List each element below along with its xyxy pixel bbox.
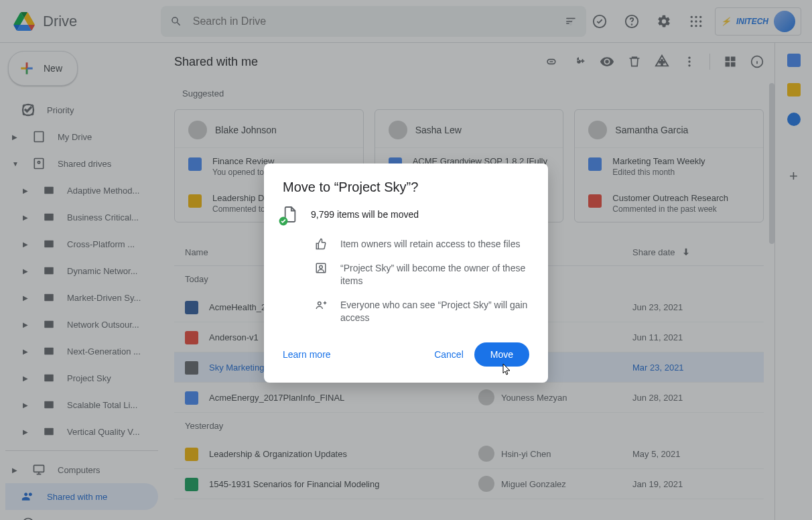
ready-offline-icon[interactable]: [586, 8, 613, 35]
add-shortcut-icon[interactable]: [655, 54, 669, 69]
suggested-doc[interactable]: Customer Outreach ResearchCommented in t…: [575, 185, 763, 222]
delete-icon[interactable]: [628, 55, 641, 68]
file-name: 1545-1931 Scenarios for Financial Modeli…: [209, 479, 478, 489]
new-button-label: New: [44, 63, 62, 74]
person-avatar: [588, 121, 607, 139]
search-input[interactable]: [193, 15, 554, 27]
org-name: INITECH: [736, 17, 768, 26]
apps-icon[interactable]: [683, 8, 709, 35]
move-button[interactable]: Move: [474, 342, 529, 367]
svg-rect-33: [726, 62, 730, 67]
tasks-icon[interactable]: [787, 113, 801, 126]
move-dialog: Move to “Project Sky”? 9,799 items will …: [264, 164, 548, 383]
file-name: AcmeEnergy_2017PlanInfo_FINAL: [209, 393, 478, 403]
people-icon: [315, 299, 328, 325]
file-date: May 5, 2021: [632, 449, 753, 459]
file-date: Jan 19, 2021: [632, 479, 753, 489]
svg-rect-24: [44, 401, 54, 409]
docs-icon: [185, 391, 198, 405]
file-date: Jun 11, 2021: [632, 332, 753, 342]
more-icon[interactable]: [683, 55, 696, 68]
filter-icon[interactable]: [565, 15, 577, 28]
sidebar-drive-item[interactable]: ▶Adaptive Method...: [5, 177, 158, 204]
preview-icon[interactable]: [600, 54, 614, 69]
right-rail: +: [774, 43, 812, 520]
keep-icon[interactable]: [787, 83, 801, 96]
slides-icon: [188, 194, 202, 208]
file-row[interactable]: AcmeEnergy_2017PlanInfo_FINALYouness Mez…: [174, 383, 764, 413]
nav-recent[interactable]: Recent: [5, 510, 158, 520]
toolbar: [545, 54, 764, 70]
nav-my-drive[interactable]: ▶My Drive: [5, 123, 158, 150]
grid-view-icon[interactable]: [724, 55, 737, 68]
sidebar-drive-item[interactable]: ▶Market-Driven Sy...: [5, 284, 158, 311]
person-avatar: [188, 121, 207, 139]
suggested-person: Blake Johnson: [175, 110, 363, 148]
docs-icon: [588, 157, 602, 171]
file-row[interactable]: 1545-1931 Scenarios for Financial Modeli…: [174, 469, 764, 499]
topbar: Drive ⚡INITECH: [0, 0, 812, 43]
learn-more-link[interactable]: Learn more: [283, 349, 331, 360]
calendar-icon[interactable]: [787, 54, 801, 67]
svg-rect-13: [34, 132, 43, 142]
svg-rect-31: [726, 57, 730, 62]
scrollbar[interactable]: [769, 83, 774, 244]
account-avatar[interactable]: [774, 11, 795, 32]
file-date: Mar 23, 2021: [632, 363, 753, 373]
suggested-card[interactable]: Samantha GarciaMarketing Team WeeklyEdit…: [574, 109, 764, 222]
svg-rect-25: [44, 428, 54, 436]
suggested-person: Sasha Lew: [375, 110, 563, 148]
suggested-person: Samantha Garcia: [575, 110, 763, 148]
cancel-button[interactable]: Cancel: [423, 344, 474, 365]
sidebar-drive-item[interactable]: ▶Cross-Platform ...: [5, 231, 158, 257]
svg-rect-34: [731, 62, 736, 67]
pdf-icon: [588, 194, 602, 208]
svg-point-10: [695, 25, 697, 27]
logo-wrap[interactable]: Drive: [11, 8, 161, 35]
dialog-title: Move to “Project Sky”?: [264, 180, 548, 206]
sidebar-drive-item[interactable]: ▶Dynamic Networ...: [5, 257, 158, 284]
sidebar-drive-item[interactable]: ▶Project Sky: [5, 365, 158, 391]
sidebar-drive-item[interactable]: ▶Network Outsour...: [5, 311, 158, 338]
page-title: Shared with me: [174, 55, 545, 69]
svg-point-6: [691, 20, 693, 22]
share-icon[interactable]: [571, 54, 586, 69]
svg-point-30: [688, 64, 690, 66]
search-icon: [170, 15, 182, 28]
file-name: Leadership & Organization Updates: [209, 449, 478, 459]
svg-point-3: [691, 15, 693, 17]
nav-shared-drives[interactable]: ▼Shared drives: [5, 150, 158, 177]
file-check-icon: [283, 206, 297, 223]
add-panel-icon[interactable]: +: [789, 168, 798, 520]
dialog-count: 9,799 items will be moved: [311, 209, 419, 220]
file-row[interactable]: Leadership & Organization UpdatesHsin-yi…: [174, 439, 764, 469]
new-button[interactable]: New: [8, 51, 78, 86]
link-icon[interactable]: [545, 55, 558, 68]
sidebar-drive-item[interactable]: ▶Next-Generation ...: [5, 338, 158, 365]
svg-rect-21: [44, 321, 54, 328]
owner-icon: [315, 262, 328, 288]
nav-priority[interactable]: Priority: [5, 96, 158, 123]
file-owner: Youness Mezyan: [478, 389, 632, 405]
svg-rect-20: [44, 294, 54, 302]
nav: Priority ▶My Drive ▼Shared drives ▶Adapt…: [5, 96, 158, 520]
search-box[interactable]: [161, 6, 586, 37]
settings-icon[interactable]: [651, 8, 677, 35]
help-icon[interactable]: [618, 8, 645, 35]
folder-icon: [185, 361, 198, 375]
sidebar-drive-item[interactable]: ▶Business Critical...: [5, 204, 158, 231]
org-badge[interactable]: ⚡INITECH: [715, 7, 801, 36]
sidebar-drive-item[interactable]: ▶Vertical Quality V...: [5, 418, 158, 445]
suggested-doc[interactable]: Marketing Team WeeklyEdited this month: [575, 148, 763, 185]
file-owner: Miguel Gonzalez: [478, 476, 632, 492]
svg-point-8: [699, 20, 701, 22]
sidebar-drive-item[interactable]: ▶Scalable Total Li...: [5, 391, 158, 418]
nav-shared-with-me[interactable]: Shared with me: [5, 483, 158, 510]
svg-point-28: [688, 57, 690, 59]
details-icon[interactable]: [750, 55, 764, 68]
svg-point-15: [38, 161, 40, 164]
nav-computers[interactable]: ▶Computers: [5, 456, 158, 483]
svg-rect-23: [44, 375, 54, 382]
svg-point-4: [695, 15, 697, 17]
col-date[interactable]: Share date: [632, 247, 753, 257]
